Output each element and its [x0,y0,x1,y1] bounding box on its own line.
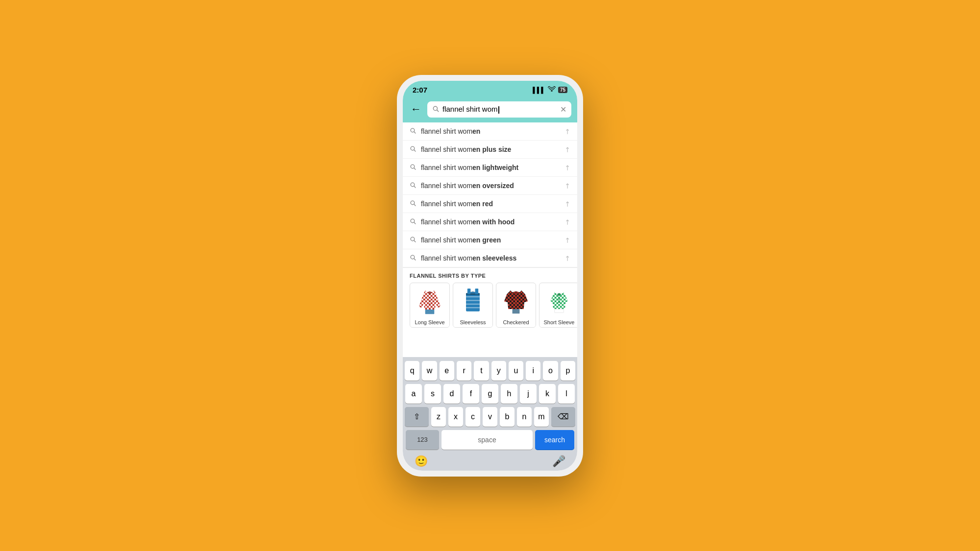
battery-icon: 75 [558,87,567,93]
key-t[interactable]: t [474,361,489,381]
svg-line-1 [437,110,439,111]
type-card-label: Checkered [496,317,536,327]
key-m[interactable]: m [534,407,549,427]
suggestion-text: flannel shirt women with hood [421,218,564,226]
type-card-image [410,283,450,317]
search-input[interactable]: flannel shirt wom [442,105,557,114]
search-query: flannel shirt wom [442,105,498,113]
key-y[interactable]: y [491,361,506,381]
search-header: ← flannel shirt wom ✕ [403,98,577,122]
key-c[interactable]: c [466,407,480,427]
mic-button[interactable]: 🎤 [552,455,565,468]
svg-line-17 [414,258,416,260]
suggestion-item[interactable]: flannel shirt women green ↗ [403,231,577,249]
svg-line-3 [414,131,416,133]
key-e[interactable]: e [440,361,454,381]
key-j[interactable]: j [520,384,537,404]
keyboard: qwertyuiop asdfghjkl ⇧ zxcvbnm ⌫ 123 spa… [403,357,577,471]
status-bar: 2:07 ▌▌▌ 75 [403,81,577,98]
key-w[interactable]: w [422,361,437,381]
key-o[interactable]: o [543,361,558,381]
key-g[interactable]: g [482,384,498,404]
key-u[interactable]: u [509,361,523,381]
key-k[interactable]: k [539,384,556,404]
numbers-key[interactable]: 123 [406,430,439,450]
svg-line-11 [414,204,416,205]
backspace-key[interactable]: ⌫ [551,407,575,427]
suggestion-search-icon [410,200,416,208]
phone-frame: 2:07 ▌▌▌ 75 ← flannel shirt wom ✕ [397,75,583,477]
suggestion-text: flannel shirt women lightweight [421,164,564,171]
type-card-image [453,283,493,317]
type-card-label: Long Sleeve [410,317,449,327]
suggestion-text: flannel shirt women green [421,236,564,244]
svg-line-15 [414,240,416,241]
search-box[interactable]: flannel shirt wom ✕ [427,101,571,118]
suggestion-item[interactable]: flannel shirt women oversized ↗ [403,177,577,195]
type-card[interactable]: Checkered [496,283,536,328]
key-v[interactable]: v [483,407,497,427]
svg-rect-32 [467,288,471,294]
suggestion-text: flannel shirt women red [421,200,564,208]
key-p[interactable]: p [561,361,575,381]
keyboard-row-3: ⇧ zxcvbnm ⌫ [405,407,575,427]
svg-point-46 [559,298,560,300]
suggestion-search-icon [410,218,416,226]
suggestion-search-icon [410,164,416,171]
key-f[interactable]: f [463,384,479,404]
suggestions-list: flannel shirt women ↗ flannel shirt wome… [403,122,577,267]
svg-point-39 [515,299,517,301]
shift-key[interactable]: ⇧ [405,407,429,427]
type-card[interactable]: Long Sleeve [410,283,450,328]
svg-rect-48 [555,309,564,312]
key-r[interactable]: r [457,361,471,381]
key-s[interactable]: s [424,384,441,404]
key-i[interactable]: i [526,361,540,381]
key-z[interactable]: z [431,407,446,427]
keyboard-row-2: asdfghjkl [405,384,575,404]
svg-rect-26 [466,293,480,311]
key-b[interactable]: b [500,407,514,427]
key-h[interactable]: h [501,384,517,404]
type-cards-container: Long Sleeve Sleeveless [410,283,570,328]
suggestion-item[interactable]: flannel shirt women plus size ↗ [403,141,577,159]
svg-line-13 [414,222,416,223]
type-card[interactable]: Sleeveless [453,283,493,328]
keyboard-bottom-row: 123 space search [405,430,575,450]
suggestion-item[interactable]: flannel shirt women sleeveless ↗ [403,249,577,267]
svg-point-23 [429,300,431,302]
key-a[interactable]: a [405,384,422,404]
back-button[interactable]: ← [409,102,423,117]
type-card[interactable]: Short Sleeve [539,283,577,328]
key-q[interactable]: q [405,361,419,381]
key-l[interactable]: l [558,384,575,404]
svg-rect-41 [513,309,520,313]
key-n[interactable]: n [517,407,532,427]
by-type-section: FLANNEL SHIRTS BY TYPE [403,267,577,332]
key-x[interactable]: x [448,407,463,427]
type-card-image [539,283,577,317]
wifi-icon [548,86,556,94]
space-key[interactable]: space [441,430,533,450]
suggestion-search-icon [410,182,416,190]
suggestion-search-icon [410,127,416,135]
suggestion-search-icon [410,236,416,244]
suggestion-text: flannel shirt women plus size [421,145,564,153]
keyboard-bottom-extras: 🙂 🎤 [405,453,575,469]
search-icon [432,105,439,114]
svg-point-38 [515,296,517,298]
search-key[interactable]: search [535,430,574,450]
clear-button[interactable]: ✕ [560,105,566,114]
suggestion-item[interactable]: flannel shirt women ↗ [403,122,577,141]
keyboard-row-1: qwertyuiop [405,361,575,381]
key-d[interactable]: d [443,384,460,404]
suggestion-text: flannel shirt women oversized [421,182,564,190]
suggestion-item[interactable]: flannel shirt women lightweight ↗ [403,159,577,177]
emoji-button[interactable]: 🙂 [415,455,428,468]
svg-line-9 [414,186,416,187]
suggestion-item[interactable]: flannel shirt women with hood ↗ [403,213,577,231]
suggestion-item[interactable]: flannel shirt women red ↗ [403,195,577,213]
suggestion-search-icon [410,254,416,262]
svg-point-22 [429,297,431,298]
type-card-label: Sleeveless [453,317,492,327]
